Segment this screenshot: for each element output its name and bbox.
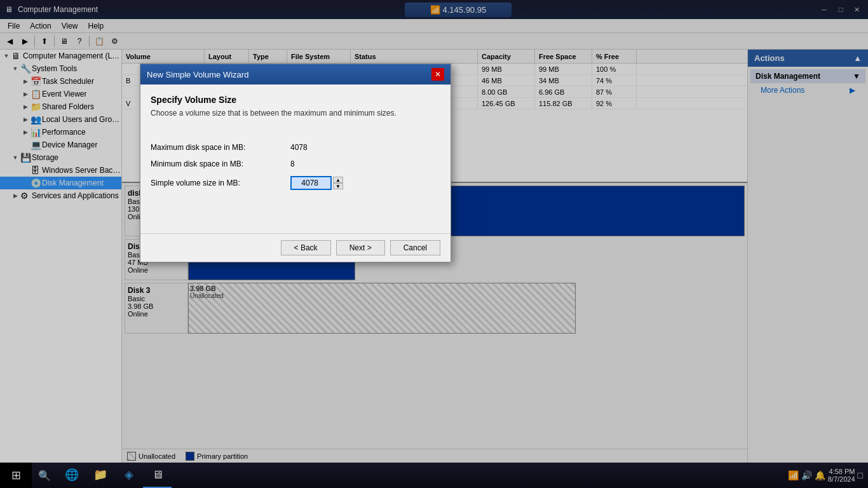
next-button[interactable]: Next >	[336, 240, 385, 255]
modal-close-button[interactable]: ✕	[431, 68, 444, 81]
modal-value-min: 8	[290, 159, 295, 168]
modal-label-max: Maximum disk space in MB:	[151, 143, 290, 152]
modal-section-title: Specify Volume Size	[151, 95, 440, 105]
modal-value-max: 4078	[290, 143, 308, 152]
modal-body: Specify Volume Size Choose a volume size…	[140, 85, 451, 233]
modal-field-max: Maximum disk space in MB: 4078	[151, 143, 440, 152]
volume-size-input[interactable]	[290, 176, 332, 190]
new-simple-volume-wizard: New Simple Volume Wizard ✕ Specify Volum…	[140, 64, 451, 262]
size-spin-down[interactable]: ▼	[333, 183, 343, 189]
size-spinner: ▲ ▼	[333, 177, 343, 189]
cancel-button[interactable]: Cancel	[390, 240, 440, 255]
modal-label-size: Simple volume size in MB:	[151, 179, 290, 187]
modal-overlay: New Simple Volume Wizard ✕ Specify Volum…	[0, 0, 868, 488]
modal-field-size: Simple volume size in MB: ▲ ▼	[151, 176, 440, 190]
size-spin-up[interactable]: ▲	[333, 177, 343, 183]
modal-footer: < Back Next > Cancel	[140, 233, 451, 262]
modal-input-size: ▲ ▼	[290, 176, 343, 190]
modal-title-text: New Simple Volume Wizard	[147, 70, 248, 79]
modal-label-min: Minimum disk space in MB:	[151, 159, 290, 168]
modal-title-bar: New Simple Volume Wizard ✕	[140, 64, 451, 85]
modal-field-min: Minimum disk space in MB: 8	[151, 159, 440, 168]
back-button[interactable]: < Back	[281, 240, 331, 255]
modal-description: Choose a volume size that is between the…	[151, 109, 440, 118]
